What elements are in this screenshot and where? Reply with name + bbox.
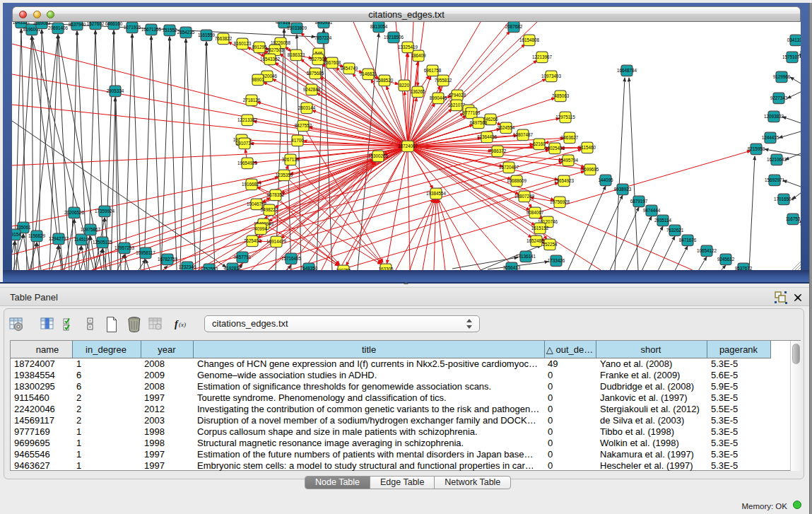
svg-text:8495931: 8495931 [315, 22, 333, 25]
svg-text:15692971: 15692971 [765, 177, 785, 182]
svg-text:18724007: 18724007 [398, 144, 418, 148]
svg-text:12505135: 12505135 [93, 240, 113, 245]
svg-text:17957253: 17957253 [114, 245, 135, 250]
svg-text:6466160: 6466160 [105, 22, 123, 26]
svg-text:144095: 144095 [598, 177, 613, 182]
svg-text:2087682: 2087682 [505, 24, 523, 29]
svg-text:5875685: 5875685 [307, 71, 324, 76]
svg-text:2718126: 2718126 [243, 98, 261, 103]
svg-text:751552: 751552 [162, 28, 177, 33]
svg-text:12213967: 12213967 [532, 54, 553, 59]
svg-text:3624554: 3624554 [498, 125, 515, 130]
svg-text:15751074: 15751074 [782, 54, 801, 59]
svg-text:2905334: 2905334 [107, 88, 124, 93]
svg-text:17359924: 17359924 [95, 209, 115, 214]
svg-text:2935114: 2935114 [654, 218, 672, 223]
svg-text:10958117: 10958117 [136, 250, 155, 255]
svg-text:16033809: 16033809 [287, 25, 307, 30]
svg-text:19384554: 19384554 [426, 191, 447, 196]
svg-text:2367608: 2367608 [324, 60, 341, 65]
svg-text:16914479: 16914479 [266, 239, 287, 244]
svg-text:1071915: 1071915 [124, 25, 141, 30]
svg-text:10807487: 10807487 [513, 132, 534, 137]
svg-text:5498222: 5498222 [261, 207, 278, 212]
svg-text:9115460: 9115460 [579, 145, 596, 150]
svg-text:8678352: 8678352 [267, 192, 285, 197]
svg-text:8215958: 8215958 [748, 146, 765, 151]
svg-text:9242848: 9242848 [303, 87, 321, 92]
svg-text:39154: 39154 [12, 232, 21, 237]
svg-text:8220: 8220 [399, 83, 410, 88]
svg-text:114519: 114519 [74, 237, 89, 242]
svg-text:12975115: 12975115 [555, 115, 575, 119]
svg-text:1733426: 1733426 [548, 258, 565, 263]
svg-text:8186323: 8186323 [288, 52, 305, 57]
svg-text:41700: 41700 [291, 138, 304, 143]
svg-text:12093832: 12093832 [764, 114, 784, 119]
svg-text:6879197: 6879197 [630, 199, 648, 204]
svg-text:10975867: 10975867 [81, 227, 101, 232]
svg-text:6497568: 6497568 [470, 120, 488, 125]
svg-text:9699695: 9699695 [582, 167, 599, 172]
svg-text:13325419: 13325419 [398, 45, 418, 49]
svg-text:252254: 252254 [542, 242, 558, 247]
svg-text:7986372: 7986372 [489, 148, 507, 153]
svg-text:9777169: 9777169 [463, 110, 481, 115]
svg-text:6794028: 6794028 [449, 93, 466, 98]
svg-text:2803144: 2803144 [298, 105, 316, 110]
svg-text:1235359: 1235359 [276, 173, 293, 177]
svg-text:9227343: 9227343 [770, 95, 788, 100]
svg-text:9827503: 9827503 [266, 47, 284, 52]
svg-text:7632621: 7632621 [666, 228, 684, 233]
svg-text:16543362: 16543362 [260, 57, 281, 62]
svg-text:8160123: 8160123 [234, 41, 252, 46]
svg-text:25300205: 25300205 [368, 153, 389, 158]
svg-text:40994: 40994 [254, 226, 267, 231]
svg-text:8454749: 8454749 [341, 66, 358, 71]
svg-text:9129966: 9129966 [773, 74, 791, 79]
svg-text:9084067: 9084067 [526, 210, 544, 215]
svg-text:9146821: 9146821 [360, 71, 377, 76]
svg-text:6961758: 6961758 [424, 68, 442, 73]
svg-text:8471676: 8471676 [679, 238, 697, 243]
svg-text:3056413: 3056413 [503, 265, 521, 270]
svg-text:10973493: 10973493 [541, 74, 562, 78]
svg-text:7857224: 7857224 [314, 35, 332, 40]
svg-text:136265: 136265 [410, 89, 425, 94]
svg-text:19654923: 19654923 [554, 178, 575, 183]
svg-text:18807249: 18807249 [514, 194, 535, 199]
svg-text:16210643: 16210643 [767, 157, 787, 162]
svg-text:186409: 186409 [411, 53, 426, 58]
svg-text:16782759: 16782759 [158, 257, 178, 262]
svg-text:12213382: 12213382 [237, 117, 258, 122]
svg-text:8990448: 8990448 [430, 95, 447, 100]
svg-text:10654122: 10654122 [697, 248, 717, 253]
svg-text:1161559: 1161559 [198, 33, 216, 37]
svg-text:891295: 891295 [252, 45, 267, 49]
svg-text:4078161: 4078161 [276, 22, 293, 25]
svg-text:1156829: 1156829 [28, 233, 46, 238]
svg-text:7485063: 7485063 [552, 93, 570, 98]
svg-text:10025433: 10025433 [545, 146, 565, 151]
svg-text:9245612: 9245612 [717, 257, 735, 262]
svg-text:8813054: 8813054 [370, 24, 388, 29]
svg-text:19654925: 19654925 [237, 160, 258, 165]
svg-text:1232346: 1232346 [179, 264, 196, 269]
svg-text:19218506: 19218506 [384, 35, 404, 40]
svg-text:8427552: 8427552 [295, 123, 312, 128]
svg-text:9463627: 9463627 [561, 135, 579, 140]
svg-text:8637940: 8637940 [69, 22, 86, 27]
svg-text:98901: 98901 [252, 77, 264, 82]
svg-text:1588520: 1588520 [376, 78, 394, 83]
svg-text:7625402: 7625402 [244, 238, 261, 243]
svg-text:3267130: 3267130 [282, 157, 300, 162]
svg-text:15495794: 15495794 [558, 158, 579, 163]
svg-text:0341316: 0341316 [787, 37, 801, 42]
svg-text:16671355: 16671355 [141, 27, 162, 32]
svg-text:7663822: 7663822 [215, 36, 233, 41]
svg-text:21364436: 21364436 [477, 134, 498, 139]
svg-text:10756928: 10756928 [550, 199, 570, 204]
svg-text:19166827: 19166827 [242, 182, 262, 187]
svg-text:1615152: 1615152 [531, 226, 549, 230]
svg-text:1910731: 1910731 [236, 141, 254, 146]
